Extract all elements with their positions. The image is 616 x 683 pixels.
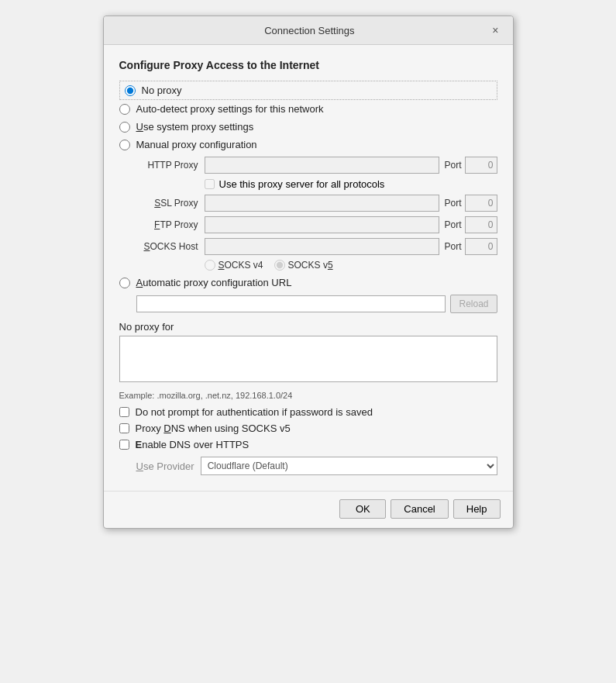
dialog-body: Configure Proxy Access to the Internet N… [104,45,513,491]
socks-v4-radio[interactable] [205,260,215,271]
help-button[interactable]: Help [453,499,501,519]
socks-port-input[interactable] [465,238,497,255]
http-proxy-input[interactable] [205,157,440,174]
socks-v4-label: SOCKS v4 [219,260,263,271]
auto-proxy-url-row: Reload [136,295,497,313]
use-provider-label: Use Provider [136,461,194,472]
enable-dns-label: Enable DNS over HTTPS [136,439,249,450]
ftp-proxy-row: FTP Proxy Port [136,216,497,233]
ssl-port-label: Port [444,198,461,209]
bottom-checkboxes: Do not prompt for authentication if pass… [119,406,497,450]
cancel-button[interactable]: Cancel [391,499,448,519]
close-button[interactable]: × [487,22,503,38]
title-bar: Connection Settings × [104,16,513,45]
do-not-prompt-row: Do not prompt for authentication if pass… [119,406,497,418]
example-text: Example: .mozilla.org, .net.nz, 192.168.… [119,391,497,400]
manual-proxy-option[interactable]: Manual proxy configuration [119,139,497,150]
all-protocols-label: Use this proxy server for all protocols [219,178,385,190]
ssl-proxy-row: SSL Proxy Port [136,195,497,212]
http-port-label: Port [444,160,461,171]
http-proxy-row: HTTP Proxy Port [136,157,497,174]
ssl-port-input[interactable] [465,195,497,212]
no-proxy-radio[interactable] [125,85,136,96]
auto-detect-label: Auto-detect proxy settings for this netw… [136,103,324,115]
socks-v5-radio[interactable] [274,260,285,271]
auto-proxy-url-section: Reload [136,295,497,313]
auto-proxy-url-label: Automatic proxy configuration URL [136,277,292,288]
ssl-proxy-input[interactable] [205,195,440,212]
ftp-proxy-label: FTP Proxy [136,219,198,230]
dialog-title: Connection Settings [132,25,488,36]
provider-select[interactable]: Cloudflare (Default) NextDNS Custom [201,457,497,475]
socks-host-input[interactable] [205,238,440,255]
auto-detect-radio[interactable] [119,104,130,115]
proxy-dns-row: Proxy DNS when using SOCKS v5 [119,423,497,434]
ftp-port-label: Port [444,219,461,230]
proxy-dns-label: Proxy DNS when using SOCKS v5 [136,423,291,434]
all-protocols-row: Use this proxy server for all protocols [205,178,497,190]
manual-proxy-label: Manual proxy configuration [136,139,257,150]
no-proxy-option[interactable]: No proxy [125,85,182,96]
ftp-proxy-input[interactable] [205,216,440,233]
section-title: Configure Proxy Access to the Internet [119,59,497,71]
enable-dns-checkbox[interactable] [119,440,129,450]
do-not-prompt-label: Do not prompt for authentication if pass… [136,406,373,418]
auto-detect-option[interactable]: Auto-detect proxy settings for this netw… [119,103,497,115]
socks-port-label: Port [444,241,461,252]
auto-proxy-url-input[interactable] [136,295,446,312]
ok-button[interactable]: OK [339,499,386,519]
ftp-port-input[interactable] [465,216,497,233]
socks-version-row: SOCKS v4 SOCKS v5 [205,260,497,271]
use-provider-row: Use Provider Cloudflare (Default) NextDN… [136,457,497,475]
socks-host-label: SOCKS Host [136,241,198,252]
auto-proxy-url-radio[interactable] [119,278,130,288]
do-not-prompt-checkbox[interactable] [119,407,129,417]
no-proxy-row: No proxy [119,81,497,100]
socks-v5-label: SOCKS v5 [288,260,333,271]
system-proxy-radio[interactable] [119,122,130,133]
connection-settings-dialog: Connection Settings × Configure Proxy Ac… [103,16,514,529]
http-port-input[interactable] [465,157,497,174]
all-protocols-checkbox[interactable] [205,179,215,189]
no-proxy-for-section: No proxy for [119,321,497,385]
manual-proxy-section: HTTP Proxy Port Use this proxy server fo… [136,157,497,271]
proxy-dns-checkbox[interactable] [119,423,129,433]
ssl-proxy-label: SSL Proxy [136,198,198,209]
no-proxy-for-textarea[interactable] [119,336,497,382]
manual-proxy-radio[interactable] [119,140,130,150]
socks-host-row: SOCKS Host Port [136,238,497,255]
no-proxy-for-label: No proxy for [119,321,497,333]
system-proxy-label: Use system proxy settings [136,121,254,133]
system-proxy-option[interactable]: Use system proxy settings [119,121,497,133]
auto-proxy-url-option[interactable]: Automatic proxy configuration URL [119,277,497,288]
enable-dns-row: Enable DNS over HTTPS [119,439,497,450]
reload-button[interactable]: Reload [450,295,497,313]
http-proxy-label: HTTP Proxy [136,160,198,171]
no-proxy-label: No proxy [142,85,182,96]
dialog-footer: OK Cancel Help [104,491,513,528]
